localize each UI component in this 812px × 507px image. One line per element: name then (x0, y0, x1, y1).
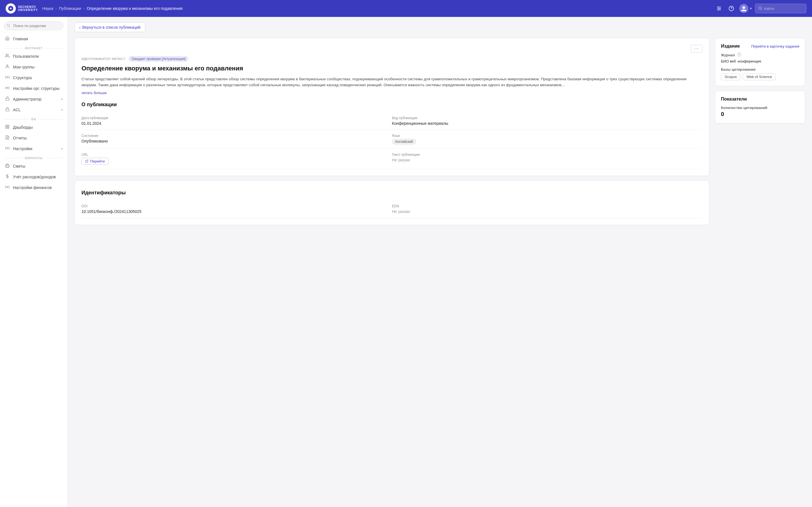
card-header-row: ··· (82, 45, 702, 53)
svg-line-32 (87, 160, 88, 162)
sidebar-item-org-settings[interactable]: Настройки орг. структуры (0, 83, 67, 94)
my-groups-icon (4, 64, 10, 70)
date-cell: Дата публикации 01.01.2024 (82, 112, 392, 130)
pub-type-label: Вид публикации (392, 116, 702, 120)
navbar: SECHENOV UNIVERSITY Наука › Публикации ›… (0, 0, 812, 17)
publication-card: ··· ИДЕНТИФИКАТОР 48f96c7 Ожидает провер… (74, 38, 709, 176)
sidebar-item-label: Учёт расходов/доходов (13, 175, 63, 179)
chevron-icon-2: › (83, 6, 84, 10)
right-panel: Издание Перейти в карточку издания Журна… (715, 38, 805, 128)
identifiers-title: Идентификаторы (82, 190, 702, 196)
status-value: Опубликовано (82, 139, 392, 144)
url-link[interactable]: Перейти (82, 158, 109, 165)
breadcrumb-nauka[interactable]: Наука (42, 6, 53, 11)
svg-point-7 (718, 9, 719, 10)
sidebar-item-my-groups[interactable]: Мои группы (0, 62, 67, 72)
breadcrumb-current: Определение кворума и механизмы его пода… (87, 6, 183, 11)
journal-value: БИО веб -конференция (721, 59, 799, 63)
structure-icon (4, 75, 10, 80)
sidebar-search-input[interactable] (4, 21, 63, 30)
svg-rect-23 (8, 125, 9, 126)
url-label: URL (82, 153, 392, 157)
chevron-down-icon: ▾ (61, 98, 63, 101)
more-options-button[interactable]: ··· (691, 45, 702, 53)
svg-rect-20 (6, 98, 9, 100)
sidebar-item-structure[interactable]: Структура (0, 72, 67, 83)
sidebar-item-finance-settings[interactable]: Настройки финансов (0, 182, 67, 193)
settings-icon (4, 146, 10, 152)
pub-id-label: ИДЕНТИФИКАТОР 48f96c7 (82, 57, 125, 61)
edition-link[interactable]: Перейти в карточку издания (751, 44, 800, 48)
search-input[interactable] (764, 6, 803, 11)
breadcrumb-publications[interactable]: Публикации (59, 6, 81, 11)
pub-text-label: Текст публикации (392, 153, 702, 157)
navbar-search[interactable] (755, 4, 806, 13)
sidebar-item-accounting[interactable]: Учёт расходов/доходов (0, 172, 67, 182)
edn-value: Не указан (392, 209, 702, 214)
sidebar-search-wrap (0, 21, 67, 34)
sidebar-item-settings[interactable]: Настройки ▾ (0, 144, 67, 154)
citation-count-label: Количество цитирований (721, 106, 799, 110)
settings-icon-btn[interactable] (714, 4, 723, 13)
sidebar-item-users[interactable]: Пользователи (0, 51, 67, 62)
date-label: Дата публикации (82, 116, 392, 120)
chevron-down-icon: ▾ (61, 108, 63, 112)
home-icon (4, 36, 10, 42)
svg-point-5 (718, 6, 718, 7)
chevron-icon-1: › (56, 6, 57, 10)
sidebar-item-label: Настройки (13, 147, 58, 151)
edition-card-header: Издание Перейти в карточку издания (721, 44, 799, 49)
svg-point-16 (6, 54, 7, 55)
citation-badges: Scopus Web of Science (721, 73, 799, 80)
journal-row: Журнал (721, 53, 799, 57)
pub-id-row: ИДЕНТИФИКАТОР 48f96c7 Ожидает проверки [… (82, 56, 702, 62)
pub-text-value: Не указан (392, 158, 702, 162)
indicators-title: Показатели (721, 97, 799, 102)
doi-value: 10.1051/биоконф./202411305025 (82, 209, 392, 214)
url-value: Перейти (82, 158, 392, 165)
identifiers-grid: DOI 10.1051/биоконф./202411305025 EDN Не… (82, 200, 702, 218)
svg-rect-29 (5, 165, 9, 167)
acl-icon (4, 107, 10, 113)
back-chevron-icon: ‹ (79, 25, 81, 30)
sidebar-item-budgets[interactable]: Сметы (0, 161, 67, 172)
read-more-link[interactable]: читать больше (82, 91, 107, 95)
edition-card: Издание Перейти в карточку издания Журна… (715, 38, 805, 86)
svg-point-18 (7, 76, 8, 78)
sidebar-item-label: Мои группы (13, 65, 63, 69)
pub-details-grid: Дата публикации 01.01.2024 Вид публикаци… (82, 112, 702, 169)
citation-count-value: 0 (721, 111, 799, 117)
sidebar-item-label: Отчеты (13, 136, 63, 140)
budgets-icon (4, 163, 10, 169)
citations-section: Базы цитирования Scopus Web of Science (721, 67, 799, 80)
sidebar-item-label: Структура (13, 75, 63, 80)
sidebar-item-admin[interactable]: Администратор ▾ (0, 94, 67, 105)
svg-point-6 (719, 8, 720, 9)
accounting-icon (4, 174, 10, 180)
sidebar-item-label: ACL (13, 108, 58, 112)
svg-point-28 (7, 148, 8, 149)
sidebar-item-dashboards[interactable]: Дашборды (0, 122, 67, 133)
user-menu[interactable]: ▾ (739, 4, 752, 13)
svg-line-15 (9, 26, 10, 26)
sidebar-item-label: Главная (13, 37, 63, 41)
sidebar-item-acl[interactable]: ACL ▾ (0, 105, 67, 115)
language-cell: Язык Английский (392, 130, 702, 149)
sidebar-item-reports[interactable]: Отчеты (0, 133, 67, 144)
back-button[interactable]: ‹ Вернуться в список публикаций (74, 22, 145, 32)
sidebar-section-bi: БИ (0, 115, 67, 122)
status-label: Состояние (82, 134, 392, 138)
journal-label: Журнал (721, 53, 735, 57)
chevron-down-icon: ▾ (750, 6, 752, 10)
svg-rect-21 (6, 109, 9, 111)
language-badge: Английский (392, 139, 416, 145)
date-value: 01.01.2024 (82, 121, 392, 126)
help-icon-btn[interactable] (727, 4, 736, 13)
about-section-title: О публикации (82, 102, 702, 108)
sidebar-item-label: Настройки орг. структуры (13, 86, 63, 91)
logo[interactable]: SECHENOV UNIVERSITY (6, 3, 38, 13)
search-icon (758, 6, 762, 11)
sidebar-item-home[interactable]: Главная (0, 34, 67, 44)
sidebar-item-label: Дашборды (13, 125, 63, 129)
language-value: Английский (392, 139, 702, 145)
